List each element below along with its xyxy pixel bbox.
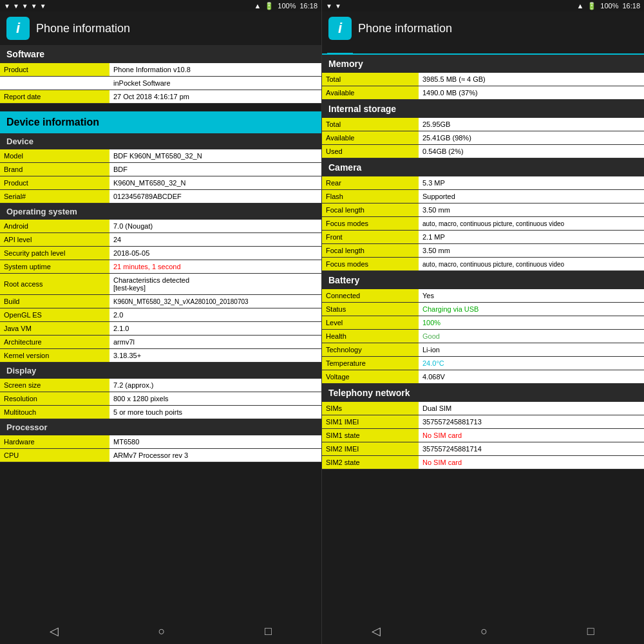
- product-label: Product: [0, 63, 109, 76]
- memory-section-header: Memory: [322, 55, 644, 73]
- focal-front-label: Focal length: [322, 244, 419, 257]
- mem-total-value: 3985.5 MB (≈ 4 GB): [419, 73, 644, 86]
- voltage-label: Voltage: [322, 370, 419, 383]
- technology-label: Technology: [322, 343, 419, 356]
- arch-label: Architecture: [0, 336, 109, 348]
- sim1-imei-value: 357557245881713: [419, 415, 644, 428]
- connected-value: Yes: [419, 289, 644, 302]
- storage-used-row: Used 0.54GB (2%): [322, 145, 644, 158]
- multitouch-row: Multitouch 5 or more touch poirts: [0, 406, 321, 419]
- cpu-value: ARMv7 Processor rev 3: [109, 449, 321, 462]
- sim1-imei-row: SIM1 IMEI 357557245881713: [322, 415, 644, 429]
- recent-button-right[interactable]: □: [587, 625, 594, 638]
- report-date-label: Report date: [0, 90, 109, 103]
- opengl-row: OpenGL ES 2.0: [0, 308, 321, 322]
- inpocket-label: [0, 77, 109, 90]
- uptime-row: System uptime 21 minutes, 1 second: [0, 260, 321, 274]
- status-label: Status: [322, 303, 419, 316]
- tab-2[interactable]: [353, 45, 379, 53]
- model-label: Model: [0, 149, 109, 162]
- focus-rear-label: Focus modes: [322, 217, 419, 230]
- level-value: 100%: [419, 316, 644, 329]
- level-row: Level 100%: [322, 316, 644, 330]
- right-panel-header: i Phone information: [322, 12, 644, 45]
- focal-rear-label: Focal length: [322, 204, 419, 216]
- inpocket-value: inPocket Software: [109, 77, 321, 90]
- status-row: Status Charging via USB: [322, 303, 644, 316]
- back-button-right[interactable]: ◁: [372, 624, 381, 638]
- api-label: API level: [0, 233, 109, 246]
- android-value: 7.0 (Nougat): [109, 220, 321, 232]
- home-button-left[interactable]: ○: [158, 625, 166, 638]
- home-button-right[interactable]: ○: [480, 625, 488, 638]
- product-row: Product Phone Information v10.8: [0, 63, 321, 77]
- uptime-label: System uptime: [0, 260, 109, 273]
- hardware-value: MT6580: [109, 435, 321, 448]
- connected-row: Connected Yes: [322, 289, 644, 303]
- left-status-icons: ▼▼▼▼▼: [4, 3, 46, 10]
- build-label: Build: [0, 295, 109, 308]
- android-label: Android: [0, 220, 109, 232]
- kernel-row: Kernel version 3.18.35+: [0, 349, 321, 363]
- opengl-value: 2.0: [109, 308, 321, 321]
- technology-row: Technology Li-ion: [322, 343, 644, 357]
- screen-size-label: Screen size: [0, 379, 109, 392]
- javavm-row: Java VM 2.1.0: [0, 322, 321, 336]
- api-row: API level 24: [0, 233, 321, 247]
- root-row: Root access Characteristics detected [te…: [0, 274, 321, 295]
- voltage-row: Voltage 4.068V: [322, 370, 644, 384]
- storage-avail-row: Available 25.41GB (98%): [322, 131, 644, 145]
- focal-front-value: 3.50 mm: [419, 244, 644, 257]
- rear-row: Rear 5.3 MP: [322, 176, 644, 190]
- recent-button-left[interactable]: □: [265, 625, 272, 638]
- left-nav-bar: ◁ ○ □: [0, 618, 322, 644]
- model-row: Model BDF K960N_MT6580_32_N: [0, 149, 321, 163]
- back-button-left[interactable]: ◁: [50, 624, 59, 638]
- multitouch-value: 5 or more touch poirts: [109, 406, 321, 419]
- device-subsection: Device: [0, 133, 321, 149]
- storage-section-header: Internal storage: [322, 100, 644, 118]
- right-nav-bar: ◁ ○ □: [322, 618, 644, 644]
- sim2-state-row: SIM2 state No SIM card: [322, 456, 644, 469]
- sim2-imei-row: SIM2 IMEI 357557245881714: [322, 442, 644, 456]
- left-panel-title: Phone information: [36, 22, 130, 35]
- sim2-state-label: SIM2 state: [322, 456, 419, 469]
- storage-total-row: Total 25.95GB: [322, 118, 644, 131]
- sims-label: SIMs: [322, 402, 419, 415]
- kernel-value: 3.18.35+: [109, 349, 321, 362]
- app-icon-right: i: [328, 17, 352, 40]
- mem-avail-row: Available 1490.0 MB (37%): [322, 86, 644, 100]
- sim2-imei-value: 357557245881714: [419, 442, 644, 455]
- rear-label: Rear: [322, 176, 419, 189]
- signal-icon: ▲: [254, 2, 261, 10]
- uptime-value: 21 minutes, 1 second: [109, 260, 321, 273]
- build-row: Build K960N_MT6580_32_N_vXA280100_201807…: [0, 295, 321, 308]
- screen-size-value: 7.2 (approx.): [109, 379, 321, 392]
- security-row: Security patch level 2018-05-05: [0, 247, 321, 260]
- arch-value: armv7l: [109, 336, 321, 348]
- temperature-label: Temperature: [322, 357, 419, 370]
- hardware-label: Hardware: [0, 435, 109, 448]
- storage-avail-label: Available: [322, 131, 419, 144]
- time-right: 16:18: [622, 2, 640, 10]
- mem-total-row: Total 3985.5 MB (≈ 4 GB): [322, 73, 644, 86]
- tab-1[interactable]: [327, 45, 353, 55]
- level-label: Level: [322, 316, 419, 329]
- focal-front-row: Focal length 3.50 mm: [322, 244, 644, 258]
- device-info-header: Device information: [0, 111, 321, 133]
- app-icon-left: i: [6, 17, 30, 40]
- report-date-value: 27 Oct 2018 4:16:17 pm: [109, 90, 321, 103]
- inpocket-row: inPocket Software: [0, 77, 321, 90]
- flash-value: Supported: [419, 190, 644, 203]
- opengl-label: OpenGL ES: [0, 308, 109, 321]
- right-status-icons: ▼▼: [326, 3, 341, 10]
- battery-section-header: Battery: [322, 271, 644, 289]
- mem-avail-value: 1490.0 MB (37%): [419, 86, 644, 99]
- voltage-value: 4.068V: [419, 370, 644, 383]
- flash-row: Flash Supported: [322, 190, 644, 204]
- focus-rear-value: auto, macro, continuous picture, continu…: [419, 217, 644, 230]
- software-section-header: Software: [0, 45, 321, 63]
- product2-value: K960N_MT6580_32_N: [109, 176, 321, 189]
- product-value: Phone Information v10.8: [109, 63, 321, 76]
- sim1-state-row: SIM1 state No SIM card: [322, 429, 644, 442]
